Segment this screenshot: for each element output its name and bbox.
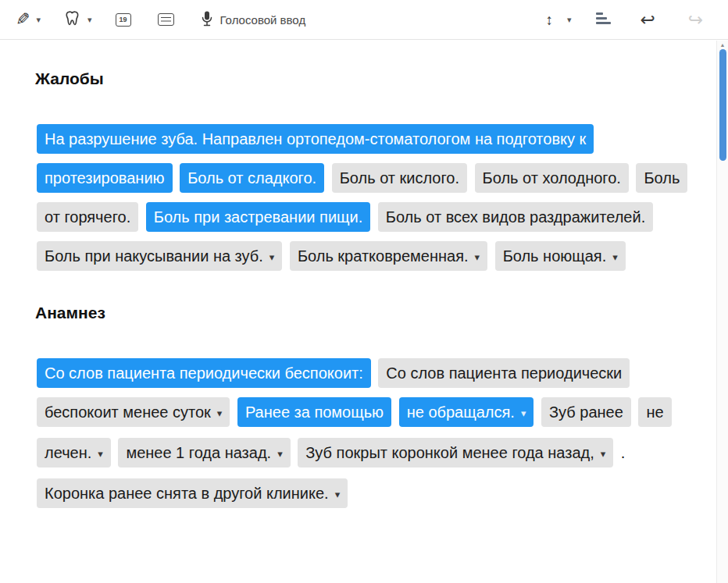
phrase-chip-label: менее 1 года назад. <box>126 444 271 461</box>
phrase-chip[interactable]: менее 1 года назад.▾ <box>118 438 290 467</box>
chevron-down-icon: ▾ <box>277 448 283 460</box>
chip-paragraph: На разрушение зуба. Направлен ортопедом-… <box>35 119 684 277</box>
toolbar-left-group: ✎ ▾ ▾ 19 <box>11 7 310 33</box>
phrase-chip-label: Боль кратковременная. <box>298 247 469 265</box>
phrase-chip-label: Боль ноющая. <box>503 247 607 265</box>
pen-icon: ✎ <box>16 11 30 28</box>
phrase-chip[interactable]: Зуб покрыт коронкой менее года назад,▾ <box>298 438 613 467</box>
line-spacing-dropdown[interactable]: ▾ <box>566 14 573 26</box>
phrase-chip-label: Боль от сладкого. <box>187 169 316 187</box>
chevron-down-icon: ▾ <box>87 15 92 24</box>
toolbar-right-group: ↕ ▾ ↩ ↪ <box>541 8 708 32</box>
tooth-tool-button[interactable] <box>59 7 86 33</box>
line-spacing-button[interactable]: ↕ <box>541 9 558 30</box>
pen-tool-dropdown[interactable]: ▾ <box>34 14 42 26</box>
phrase-chip[interactable]: Зуб ранее <box>541 397 631 427</box>
chip-paragraph: Со слов пациента периодически беспокоит:… <box>35 354 684 514</box>
toolbar: ✎ ▾ ▾ 19 <box>0 0 728 40</box>
tooth-tool-dropdown[interactable]: ▾ <box>86 14 94 26</box>
chevron-down-icon: ▾ <box>269 251 275 263</box>
phrase-chip-label: Коронка ранее снята в другой клинике. <box>45 485 329 502</box>
chevron-down-icon: ▾ <box>36 15 41 24</box>
chevron-down-icon: ▾ <box>335 489 341 500</box>
document-editor[interactable]: Жалобы На разрушение зуба. Направлен орт… <box>0 40 728 514</box>
pen-tool-button[interactable]: ✎ <box>11 8 34 31</box>
phrase-chip[interactable]: Боль при застревании пищи. <box>146 202 371 232</box>
calendar-icon: 19 <box>116 13 131 27</box>
chevron-down-icon: ▾ <box>98 448 103 460</box>
phrase-chip[interactable]: Боль от сладкого. <box>180 163 324 193</box>
stacked-bars-icon <box>594 12 613 28</box>
voice-input-label: Голосовой ввод <box>220 13 306 27</box>
phrase-chip-label: Зуб ранее <box>549 403 623 421</box>
phrase-chip[interactable]: Боль ноющая.▾ <box>495 241 626 271</box>
chevron-down-icon: ▾ <box>612 251 618 263</box>
microphone-icon <box>201 10 213 30</box>
calendar-day-label: 19 <box>119 16 127 23</box>
phrase-chip-label: не обращался. <box>407 403 515 421</box>
section-title: Жалобы <box>35 69 684 88</box>
tooth-icon <box>64 10 81 30</box>
document-sections: Жалобы На разрушение зуба. Направлен орт… <box>35 69 684 514</box>
redo-button[interactable]: ↪ <box>683 8 708 32</box>
phrase-chip-label: Боль от кислого. <box>340 169 459 187</box>
phrase-chip-label: Со слов пациента периодически беспокоит: <box>45 364 363 382</box>
phrase-chip-label: Боль при застревании пищи. <box>154 208 363 226</box>
chevron-down-icon: ▾ <box>521 407 526 419</box>
voice-input-button[interactable]: Голосовой ввод <box>196 7 311 33</box>
document-section: Анамнез Со слов пациента периодически бе… <box>35 304 684 514</box>
phrase-chip[interactable]: Коронка ранее снята в другой клинике.▾ <box>37 478 348 508</box>
phrase-chip-label: Боль при накусывании на зуб. <box>45 247 263 265</box>
note-icon <box>158 13 174 26</box>
section-title: Анамнез <box>35 304 684 322</box>
phrase-chip-label: Зуб покрыт коронкой менее года назад, <box>305 444 594 461</box>
phrase-chip[interactable]: не обращался.▾ <box>399 397 534 427</box>
phrase-chip[interactable]: Боль от холодного. <box>475 163 629 193</box>
calendar-button[interactable]: 19 <box>111 10 136 30</box>
chevron-down-icon: ▾ <box>601 448 606 460</box>
phrase-chip[interactable]: Боль от всех видов раздражителей. <box>378 202 653 232</box>
up-down-arrow-icon: ↕ <box>545 12 553 27</box>
notes-button[interactable] <box>153 10 179 29</box>
phrase-chip[interactable]: Со слов пациента периодически беспокоит: <box>37 358 371 388</box>
templates-button[interactable] <box>590 9 618 31</box>
phrase-chip[interactable]: Боль от кислого. <box>332 163 467 193</box>
scrollbar-thumb[interactable] <box>719 49 726 161</box>
redo-icon: ↪ <box>688 11 703 29</box>
chevron-down-icon: ▾ <box>475 251 480 263</box>
phrase-chip[interactable]: Боль при накусывании на зуб.▾ <box>37 241 282 271</box>
undo-icon: ↩ <box>640 11 655 29</box>
phrase-chip-label: Боль от всех видов раздражителей. <box>386 208 645 226</box>
phrase-chip[interactable]: Боль кратковременная.▾ <box>290 241 487 271</box>
chevron-down-icon: ▾ <box>567 15 572 24</box>
phrase-chip-label: Боль от холодного. <box>483 169 621 187</box>
plain-text: . <box>621 444 626 461</box>
scrollbar[interactable]: ▲ <box>716 41 728 583</box>
chevron-down-icon: ▾ <box>217 407 223 419</box>
undo-button[interactable]: ↩ <box>635 8 659 32</box>
phrase-chip-label: Ранее за помощью <box>245 403 384 421</box>
document-section: Жалобы На разрушение зуба. Направлен орт… <box>35 69 684 277</box>
scroll-up-arrow-icon[interactable]: ▲ <box>717 42 728 48</box>
phrase-chip[interactable]: Ранее за помощью <box>237 397 391 427</box>
